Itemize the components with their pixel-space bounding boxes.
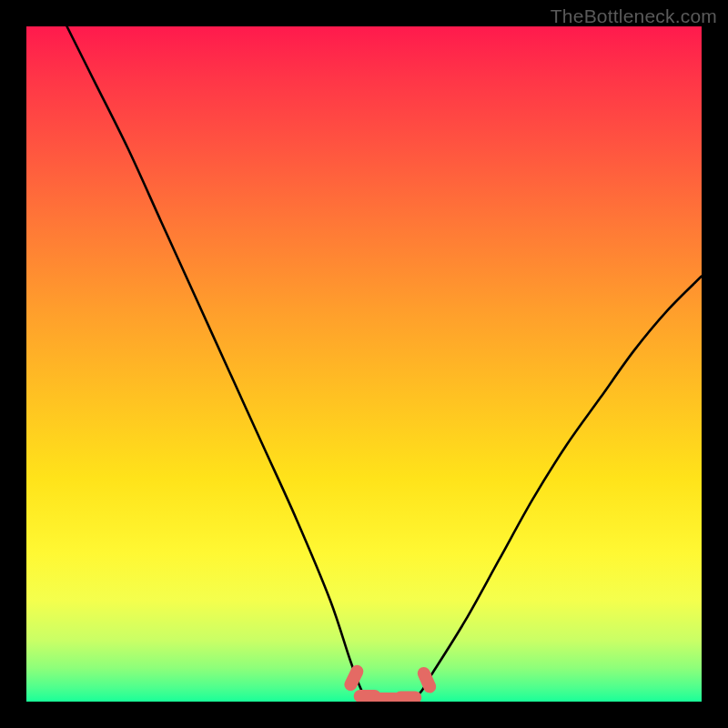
minimum-marker-group (342, 662, 439, 702)
watermark-label: TheBottleneck.com (551, 5, 717, 27)
minimum-marker-flat3 (394, 692, 421, 702)
chart-svg (26, 26, 702, 702)
chart-plot-area (26, 26, 702, 702)
bottleneck-curve-line (67, 26, 702, 702)
chart-stage: TheBottleneck.com (0, 0, 728, 728)
minimum-marker-left (342, 662, 366, 693)
